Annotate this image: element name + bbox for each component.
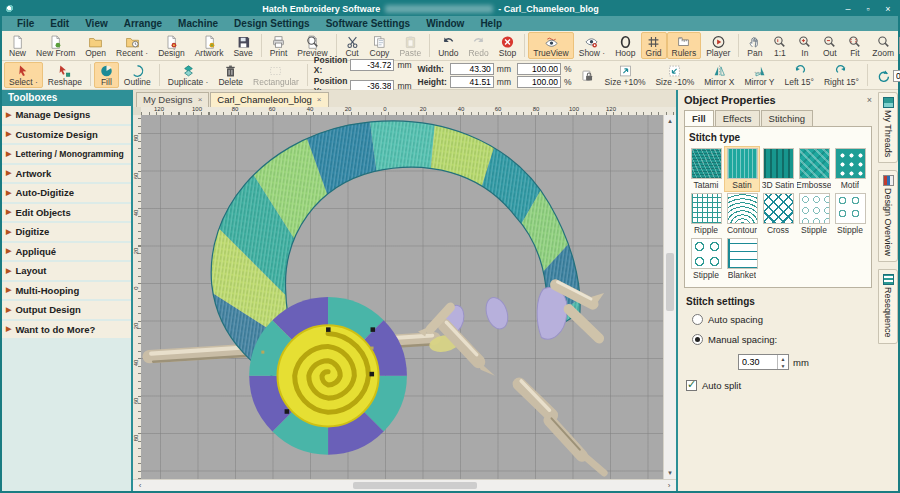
vertical-scroll-thumb[interactable] bbox=[666, 253, 674, 311]
rotate-left-15-button[interactable]: Left 15° bbox=[780, 62, 819, 88]
duplicate-button[interactable]: Duplicate bbox=[163, 62, 214, 88]
mirror-y-button[interactable]: Mirror Y bbox=[739, 62, 779, 88]
spin-up-icon[interactable]: ▲ bbox=[778, 355, 788, 362]
tab-stitching[interactable]: Stitching bbox=[761, 110, 813, 126]
undo-button[interactable]: Undo bbox=[433, 32, 463, 59]
zoom-out-button[interactable]: Out bbox=[817, 32, 842, 59]
open-button[interactable]: Open bbox=[80, 32, 111, 59]
outline-button[interactable]: Outline bbox=[119, 62, 156, 88]
panel-close-icon[interactable]: × bbox=[867, 95, 872, 105]
pan-button[interactable]: Pan bbox=[742, 32, 767, 59]
scale-x-input[interactable] bbox=[517, 63, 561, 75]
scroll-down-button[interactable] bbox=[664, 467, 676, 479]
stitch-cross[interactable]: Cross bbox=[761, 192, 795, 236]
fill-button[interactable]: Fill bbox=[94, 62, 119, 88]
rotate-right-15-button[interactable]: Right 15° bbox=[819, 62, 864, 88]
menu-help[interactable]: Help bbox=[473, 16, 509, 31]
menu-software-settings[interactable]: Software Settings bbox=[319, 16, 417, 31]
spin-down-icon[interactable]: ▼ bbox=[778, 362, 788, 369]
new-button[interactable]: New bbox=[4, 32, 31, 59]
toolbox-edit-objects[interactable]: ▶Edit Objects bbox=[2, 204, 131, 224]
scale-y-input[interactable] bbox=[517, 76, 561, 88]
close-button[interactable]: × bbox=[882, 4, 894, 14]
my-threads-tab[interactable]: My Threads bbox=[878, 92, 898, 163]
toolbox-want-more[interactable]: ▶Want to do More? bbox=[2, 321, 131, 341]
size-down-button[interactable]: Size -10% bbox=[650, 62, 699, 88]
horizontal-scroll-thumb[interactable] bbox=[353, 482, 477, 489]
toolbox-auto-digitize[interactable]: ▶Auto-Digitize bbox=[2, 184, 131, 204]
select-button[interactable]: Select bbox=[4, 62, 43, 88]
toolbox-digitize[interactable]: ▶Digitize bbox=[2, 223, 131, 243]
player-button[interactable]: Player bbox=[701, 32, 735, 59]
tab-effects[interactable]: Effects bbox=[715, 110, 760, 126]
design-canvas[interactable] bbox=[141, 115, 663, 479]
rectangular-button[interactable]: Rectangular bbox=[248, 62, 304, 88]
vertical-scroll-track[interactable] bbox=[664, 127, 676, 467]
scroll-up-button[interactable] bbox=[664, 115, 676, 127]
one-to-one-button[interactable]: 1:1 bbox=[767, 32, 792, 59]
scroll-left-button[interactable] bbox=[133, 480, 147, 491]
stitch-blanket[interactable]: Blanket bbox=[725, 237, 759, 281]
menu-machine[interactable]: Machine bbox=[171, 16, 225, 31]
toolbox-multi-hooping[interactable]: ▶Multi-Hooping bbox=[2, 282, 131, 302]
scroll-right-button[interactable] bbox=[662, 480, 676, 491]
design-button[interactable]: Design bbox=[153, 32, 189, 59]
new-from-button[interactable]: New From bbox=[31, 32, 80, 59]
zoom-in-button[interactable]: In bbox=[792, 32, 817, 59]
toolbox-layout[interactable]: ▶Layout bbox=[2, 262, 131, 282]
save-button[interactable]: Save bbox=[228, 32, 257, 59]
mirror-x-button[interactable]: Mirror X bbox=[699, 62, 739, 88]
stitch-motif[interactable]: Motif bbox=[833, 147, 867, 191]
position-x-input[interactable] bbox=[350, 59, 394, 71]
stitch-stipple-3[interactable]: Stipple bbox=[689, 237, 723, 281]
redo-button[interactable]: Redo bbox=[463, 32, 493, 59]
toolbox-applique[interactable]: ▶Appliqué bbox=[2, 243, 131, 263]
stitch-embossed[interactable]: Embossed bbox=[797, 147, 831, 191]
tail-spiral[interactable] bbox=[249, 297, 407, 455]
height-input[interactable] bbox=[450, 76, 494, 88]
close-tab-icon[interactable]: × bbox=[317, 95, 322, 104]
artwork-button[interactable]: Artwork bbox=[190, 32, 229, 59]
delete-button[interactable]: Delete bbox=[213, 62, 248, 88]
recent-button[interactable]: Recent bbox=[111, 32, 153, 59]
stitch-stipple-1[interactable]: Stipple bbox=[797, 192, 831, 236]
paste-button[interactable]: Paste bbox=[394, 32, 426, 59]
stitch-3d-satin[interactable]: 3D Satin bbox=[761, 147, 795, 191]
size-up-button[interactable]: Size +10% bbox=[600, 62, 651, 88]
menu-design-settings[interactable]: Design Settings bbox=[227, 16, 317, 31]
width-input[interactable] bbox=[450, 63, 494, 75]
chameleon-design[interactable] bbox=[141, 115, 663, 479]
show-button[interactable]: Show bbox=[574, 32, 610, 59]
hoop-button[interactable]: Hoop bbox=[610, 32, 640, 59]
menu-arrange[interactable]: Arrange bbox=[117, 16, 169, 31]
auto-spacing-radio[interactable] bbox=[692, 314, 703, 325]
menu-file[interactable]: File bbox=[10, 16, 41, 31]
menu-window[interactable]: Window bbox=[419, 16, 471, 31]
reshape-button[interactable]: Reshape bbox=[43, 62, 87, 88]
stitch-tatami[interactable]: Tatami bbox=[689, 147, 723, 191]
rotate-ccw-icon[interactable] bbox=[876, 69, 891, 83]
horizontal-scroll-track[interactable] bbox=[147, 480, 662, 491]
stitch-stipple-2[interactable]: Stipple bbox=[833, 192, 867, 236]
tab-carl-chameleon-blog[interactable]: Carl_Chameleon_blog× bbox=[210, 92, 328, 107]
tab-my-designs[interactable]: My Designs× bbox=[136, 92, 209, 107]
design-overview-tab[interactable]: Design Overview bbox=[878, 170, 898, 262]
horizontal-scrollbar[interactable] bbox=[133, 479, 676, 491]
toolbox-lettering[interactable]: ▶Lettering / Monogramming bbox=[2, 145, 131, 165]
zoom-fit-button[interactable]: Fit bbox=[842, 32, 867, 59]
stitch-contour[interactable]: Contour bbox=[725, 192, 759, 236]
branch-right[interactable] bbox=[519, 381, 604, 473]
toolbox-customize-design[interactable]: ▶Customize Design bbox=[2, 126, 131, 146]
resequence-tab[interactable]: Resequence bbox=[878, 269, 898, 344]
restore-button[interactable]: ▫ bbox=[862, 4, 874, 14]
close-tab-icon[interactable]: × bbox=[198, 95, 203, 104]
grid-button[interactable]: Grid bbox=[641, 32, 667, 59]
toolbox-artwork[interactable]: ▶Artwork bbox=[2, 165, 131, 185]
zoom-button[interactable]: Zoom bbox=[867, 32, 899, 59]
vertical-scrollbar[interactable] bbox=[663, 115, 676, 479]
rotate-angle-input[interactable] bbox=[893, 70, 900, 82]
menu-view[interactable]: View bbox=[78, 16, 115, 31]
manual-spacing-radio[interactable] bbox=[692, 334, 703, 345]
trueview-button[interactable]: TrueView bbox=[528, 32, 573, 59]
toolbox-manage-designs[interactable]: ▶Manage Designs bbox=[2, 106, 131, 126]
